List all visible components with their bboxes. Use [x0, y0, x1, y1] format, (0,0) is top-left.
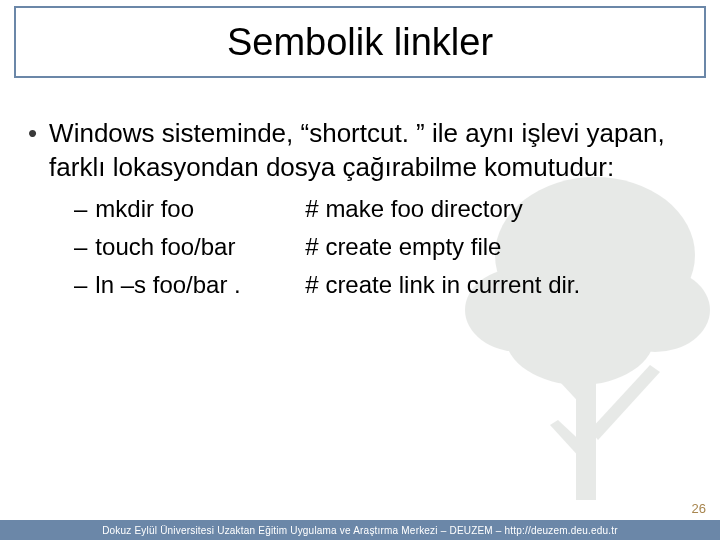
bullet-level1-text: Windows sisteminde, “shortcut. ” ile ayn…: [49, 116, 692, 184]
body-container: • Windows sisteminde, “shortcut. ” ile a…: [28, 116, 692, 304]
sub-bullet-list: – mkdir foo # make foo directory – touch…: [74, 190, 692, 304]
title-container: Sembolik linkler: [14, 6, 706, 78]
dash-icon: –: [74, 190, 87, 228]
comment-text: # create link in current dir.: [305, 266, 580, 304]
dash-icon: –: [74, 266, 87, 304]
slide-title: Sembolik linkler: [227, 21, 493, 64]
list-item: – ln –s foo/bar . # create link in curre…: [74, 266, 692, 304]
footer-bar: Dokuz Eylül Üniversitesi Uzaktan Eğitim …: [0, 520, 720, 540]
bullet-dot-icon: •: [28, 116, 37, 150]
bullet-level1: • Windows sisteminde, “shortcut. ” ile a…: [28, 116, 692, 184]
command-text: ln –s foo/bar .: [95, 266, 305, 304]
comment-text: # create empty file: [305, 228, 501, 266]
svg-rect-4: [576, 350, 596, 500]
command-text: mkdir foo: [95, 190, 305, 228]
list-item: – touch foo/bar # create empty file: [74, 228, 692, 266]
slide: Sembolik linkler • Windows sisteminde, “…: [0, 0, 720, 540]
command-text: touch foo/bar: [95, 228, 305, 266]
page-number: 26: [692, 501, 706, 516]
comment-text: # make foo directory: [305, 190, 522, 228]
list-item: – mkdir foo # make foo directory: [74, 190, 692, 228]
footer-text: Dokuz Eylül Üniversitesi Uzaktan Eğitim …: [102, 525, 618, 536]
dash-icon: –: [74, 228, 87, 266]
